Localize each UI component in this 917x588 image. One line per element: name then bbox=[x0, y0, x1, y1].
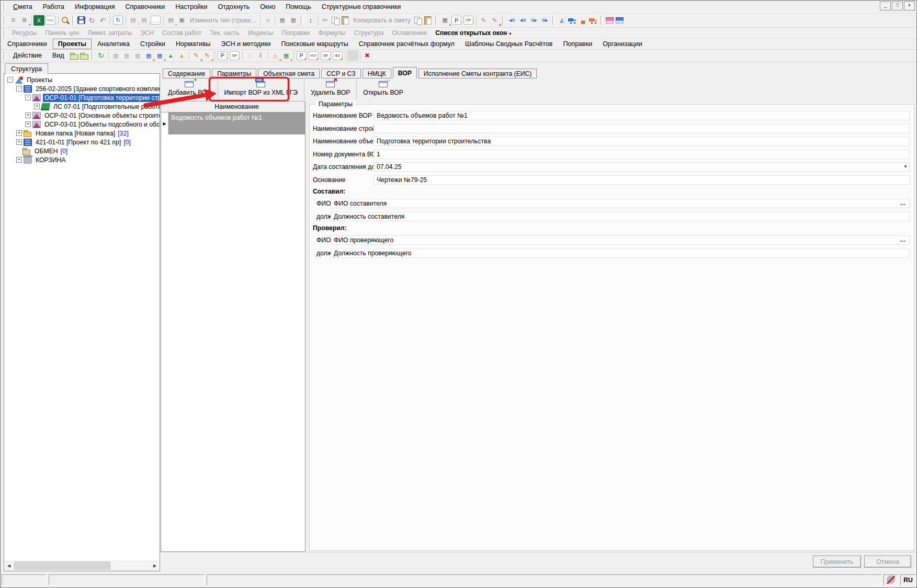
materials-icon[interactable]: ▄ bbox=[578, 15, 588, 26]
menu-item-8[interactable]: Структурные справочники bbox=[316, 2, 406, 12]
panel-toggle-1[interactable]: Панель цен bbox=[41, 29, 83, 37]
edit-settings2-icon[interactable]: ✎● bbox=[202, 50, 213, 61]
comment-icon[interactable]: … bbox=[151, 16, 161, 25]
action-menu-1[interactable]: Вид bbox=[47, 50, 70, 61]
action-menu-0[interactable]: Действие bbox=[8, 50, 47, 61]
tree-item-9[interactable]: +КОРЗИНА bbox=[4, 155, 160, 164]
tree-expander-icon[interactable]: - bbox=[7, 77, 13, 83]
estimate-settings-icon[interactable]: ▦● bbox=[439, 15, 450, 26]
scrollbar-thumb[interactable] bbox=[14, 562, 110, 570]
main-tab-7[interactable]: Справочник расчётных формул bbox=[354, 39, 459, 49]
main-tab-6[interactable]: Поисковые маршруты bbox=[277, 39, 353, 49]
tree-expander-icon[interactable]: + bbox=[16, 130, 22, 136]
indent-first-icon[interactable]: ◂≡ bbox=[506, 15, 517, 26]
param-input[interactable]: Подготовка территории строительства bbox=[373, 137, 910, 146]
clear-icon[interactable]: × bbox=[262, 15, 273, 26]
copy-page-icon[interactable] bbox=[413, 16, 423, 25]
doc-p-icon[interactable]: P° bbox=[218, 51, 228, 60]
ellipsis-button[interactable]: … bbox=[900, 199, 907, 207]
menu-item-5[interactable]: Отдохнуть bbox=[213, 2, 255, 12]
menu-item-3[interactable]: Справочники bbox=[120, 2, 171, 12]
tree-expander-icon[interactable]: + bbox=[16, 157, 22, 163]
language-indicator[interactable]: RU bbox=[900, 574, 916, 585]
badge-m23-icon[interactable]: М23● bbox=[309, 51, 319, 60]
book-blue-icon[interactable] bbox=[615, 16, 625, 25]
structure-list-icon[interactable]: ≣ bbox=[8, 15, 19, 26]
paste-icon[interactable] bbox=[341, 16, 350, 25]
content-tab-4[interactable]: НМЦК bbox=[363, 69, 391, 78]
close-button[interactable]: × bbox=[904, 2, 915, 10]
print-export-icon[interactable]: ▤+ bbox=[165, 15, 176, 26]
param-input[interactable]: ФИО составителя… bbox=[331, 199, 910, 208]
table-view3-icon[interactable]: ▦ bbox=[132, 50, 143, 61]
tree-expander-icon[interactable]: - bbox=[25, 95, 31, 100]
price-pr-icon[interactable]: ПР° bbox=[463, 16, 473, 25]
tree-item-6[interactable]: +Новая папка [Новая папка][32] bbox=[4, 129, 160, 138]
main-tab-5[interactable]: ЭСН и методики bbox=[217, 39, 276, 49]
calculator-icon[interactable]: ▦ bbox=[277, 15, 288, 26]
tree-expander-icon[interactable]: - bbox=[16, 86, 22, 92]
maximize-button[interactable]: □ bbox=[892, 2, 903, 10]
ellipsis-button[interactable]: … bbox=[900, 236, 907, 243]
reload-document-icon[interactable]: ↻ bbox=[113, 16, 123, 25]
outdent-last-icon[interactable]: ≡▸ bbox=[539, 15, 550, 26]
truck-materials-icon[interactable] bbox=[588, 16, 598, 25]
param-input[interactable] bbox=[373, 124, 910, 133]
apply-button[interactable]: Применить bbox=[813, 556, 861, 568]
document-orange-icon[interactable]: ▲ bbox=[176, 50, 187, 61]
price-p-icon[interactable]: P° bbox=[451, 16, 461, 25]
vor-button-3[interactable]: →Открыть ВОР bbox=[358, 78, 409, 101]
content-tab-2[interactable]: Объектная смета bbox=[258, 69, 320, 78]
structure-tab[interactable]: Структура bbox=[5, 63, 48, 74]
tree-expander-icon[interactable]: + bbox=[34, 104, 40, 109]
content-tab-5[interactable]: ВОР bbox=[393, 67, 417, 78]
param-input[interactable]: Должность составителя bbox=[331, 212, 910, 221]
badge-f3-icon[interactable]: ФЗ● bbox=[333, 51, 343, 60]
doc-pr-icon[interactable]: ПР° bbox=[230, 51, 240, 60]
content-tab-6[interactable]: Исполнение Сметы контракта (ЕИС) bbox=[418, 69, 537, 78]
tree-item-4[interactable]: +ОСР-02-01 [Основные объекты строитель bbox=[4, 111, 160, 120]
undo-icon[interactable]: ↶ bbox=[97, 15, 108, 26]
tree-item-0[interactable]: -Проекты bbox=[4, 75, 160, 84]
pdf-export-icon[interactable]: PDF bbox=[46, 16, 55, 25]
refresh-icon[interactable]: ↻ bbox=[86, 15, 97, 26]
main-tab-9[interactable]: Поправки bbox=[558, 39, 597, 49]
vor-button-1[interactable]: XMLИмпорт ВОР из XML ГГЭ bbox=[219, 78, 303, 101]
panel-toggle-3[interactable]: ЭСН bbox=[136, 29, 158, 37]
open-windows-list-button[interactable]: Список открытых окон▾ bbox=[431, 29, 515, 37]
content-tab-0[interactable]: Содержание bbox=[163, 69, 210, 78]
menu-item-6[interactable]: Окно bbox=[255, 2, 280, 12]
paste-orange-icon[interactable] bbox=[423, 16, 433, 25]
excel-export-icon[interactable]: X bbox=[33, 15, 44, 26]
refresh-tree-icon[interactable]: ↻ bbox=[96, 50, 107, 61]
table-settings2-icon[interactable]: ▦● bbox=[154, 50, 165, 61]
move-rows-icon[interactable]: ↕ bbox=[305, 15, 316, 26]
minimize-button[interactable]: _ bbox=[880, 2, 891, 10]
close-panel-icon[interactable]: ✖ bbox=[362, 50, 373, 61]
panel-toggle-7[interactable]: Поправки bbox=[278, 29, 314, 37]
content-tab-3[interactable]: ССР и СЗ bbox=[321, 69, 360, 78]
main-tab-0[interactable]: Справочники bbox=[3, 39, 52, 49]
tree-item-3[interactable]: +ЛС 07-01 [Подготовительные работы ( bbox=[4, 102, 160, 111]
search-icon[interactable] bbox=[60, 16, 70, 25]
tree-item-8[interactable]: ОБМЕН[0] bbox=[4, 146, 160, 155]
table-view2-icon[interactable]: ▦ bbox=[121, 50, 132, 61]
panel-toggle-2[interactable]: Лимит. затраты bbox=[83, 29, 136, 37]
panel-toggle-9[interactable]: Структура bbox=[349, 29, 388, 37]
home-settings-icon[interactable]: ⌂● bbox=[270, 50, 281, 61]
edit-list-icon[interactable]: ✎ bbox=[478, 15, 489, 26]
param-input[interactable]: 1 bbox=[373, 150, 910, 159]
tree-item-2[interactable]: -ОСР-01-01 [Подготовка территории строи bbox=[4, 93, 160, 102]
vor-list-row-0[interactable]: ▶Ведомость объемов работ №1 bbox=[161, 112, 305, 134]
pause-icon[interactable]: ‖ bbox=[255, 50, 266, 61]
vor-button-0[interactable]: +Добавить ВОР bbox=[163, 78, 217, 101]
content-tab-1[interactable]: Параметры bbox=[212, 69, 256, 78]
move-up-icon[interactable]: ↑ bbox=[244, 50, 255, 61]
tree-item-7[interactable]: +421-01-01 [Проект по 421 пр][0] bbox=[4, 138, 160, 146]
calculator-export-icon[interactable]: ▦→ bbox=[288, 15, 299, 26]
param-input[interactable]: Ведомость объемов работ №1 bbox=[373, 111, 910, 120]
outdent-right-icon[interactable]: ≡▸ bbox=[528, 15, 539, 26]
panel-toggle-4[interactable]: Состав работ bbox=[158, 29, 206, 37]
save-icon[interactable] bbox=[77, 16, 85, 24]
panel-toggle-0[interactable]: Ресурсы bbox=[8, 29, 41, 37]
